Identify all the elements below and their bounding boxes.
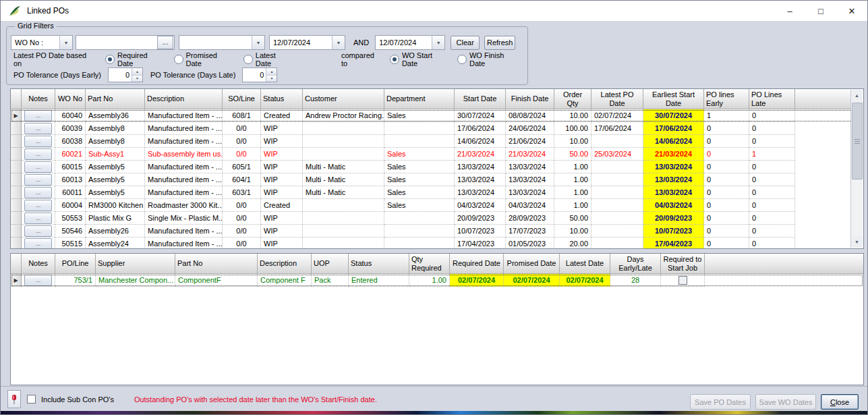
date-from-picker[interactable]: 12/07/2024 ▼ bbox=[269, 35, 345, 50]
table-row[interactable]: ...60015Assembly5Manufactured item - ...… bbox=[11, 161, 863, 173]
notes-button[interactable]: ... bbox=[24, 136, 52, 147]
scroll-down-icon[interactable]: ▼ bbox=[851, 236, 863, 248]
clear-button[interactable]: Clear bbox=[451, 36, 480, 50]
chevron-down-icon[interactable]: ▼ bbox=[432, 36, 444, 49]
table-row[interactable]: ▶...60040Assembly36Manufactured Item - .… bbox=[11, 109, 863, 122]
pin-button[interactable] bbox=[7, 390, 21, 408]
table-row[interactable]: ...60013Assembly5Manufactured item - ...… bbox=[11, 173, 863, 186]
wo-finish-date-radio[interactable] bbox=[457, 55, 467, 64]
spin-down-icon[interactable]: ▼ bbox=[132, 76, 142, 82]
column-header-department[interactable]: Department bbox=[384, 89, 455, 109]
notes-button[interactable]: ... bbox=[24, 174, 52, 186]
notes-button[interactable]: ... bbox=[24, 148, 52, 160]
table-row[interactable]: ...50515Assembly24Manufactured Item - ..… bbox=[11, 238, 863, 249]
column-header-qty_required[interactable]: Qty Required bbox=[409, 254, 450, 274]
row-selector[interactable] bbox=[11, 212, 22, 225]
column-header-latest_date[interactable]: Latest Date bbox=[560, 254, 610, 274]
table-row[interactable]: ...50553Plastic Mix GSingle Mix - Plasti… bbox=[11, 212, 863, 225]
chevron-down-icon[interactable]: ▼ bbox=[332, 36, 345, 49]
table-row[interactable]: ...60038Assembly8Manufactured item - ...… bbox=[11, 135, 863, 148]
row-selector[interactable] bbox=[11, 199, 22, 212]
column-header-latest_po_date[interactable]: Latest PO Date bbox=[591, 89, 643, 109]
table-row[interactable]: ...60011Assembly5Manufactured item - ...… bbox=[11, 186, 863, 199]
notes-button[interactable]: ... bbox=[24, 110, 52, 121]
required-to-start-job-checkbox[interactable] bbox=[678, 276, 687, 285]
include-subcon-label[interactable]: Include Sub Con PO's bbox=[41, 395, 114, 404]
column-header-customer[interactable]: Customer bbox=[303, 89, 384, 109]
column-header-so_line[interactable]: SO/Line bbox=[223, 89, 261, 109]
column-header-finish_date[interactable]: Finish Date bbox=[506, 89, 554, 109]
scroll-up-icon[interactable]: ▲ bbox=[851, 90, 863, 101]
required-date-radio[interactable] bbox=[105, 55, 115, 64]
column-header-notes[interactable]: Notes bbox=[22, 89, 55, 109]
maximize-button[interactable]: □ bbox=[805, 1, 836, 21]
chevron-down-icon[interactable]: ▼ bbox=[252, 36, 264, 49]
promised-date-radio-label[interactable]: Promised Date bbox=[186, 51, 234, 67]
notes-button[interactable]: ... bbox=[24, 123, 52, 134]
notes-button[interactable]: ... bbox=[24, 225, 52, 237]
scrollbar-thumb[interactable] bbox=[852, 103, 863, 179]
save-po-dates-button[interactable]: Save PO Dates bbox=[690, 394, 751, 410]
required-date-radio-label[interactable]: Required Date bbox=[117, 51, 165, 67]
save-wo-dates-button[interactable]: Save WO Dates bbox=[755, 394, 816, 410]
column-header-part_no[interactable]: Part No bbox=[175, 254, 258, 274]
browse-button[interactable]: ... bbox=[157, 36, 173, 49]
filter-value-combo[interactable]: ▼ bbox=[179, 35, 265, 50]
notes-button[interactable]: ... bbox=[24, 238, 52, 250]
include-subcon-checkbox[interactable] bbox=[27, 395, 36, 404]
notes-button[interactable]: ... bbox=[24, 161, 52, 173]
table-row[interactable]: ...60039Assembly8Manufactured item - ...… bbox=[11, 122, 863, 135]
column-header-order_qty[interactable]: Order Qty bbox=[554, 89, 591, 109]
column-header-start_date[interactable]: Start Date bbox=[455, 89, 506, 109]
column-header-status[interactable]: Status bbox=[261, 89, 303, 109]
column-header-supplier[interactable]: Supplier bbox=[96, 254, 175, 274]
column-header-po_lines_early[interactable]: PO lines Early bbox=[704, 89, 749, 109]
column-header-required_to_start_job[interactable]: Required to Start Job bbox=[661, 254, 705, 274]
column-header-days_early_late[interactable]: Days Early/Late bbox=[610, 254, 661, 274]
column-header-description[interactable]: Description bbox=[145, 89, 223, 109]
chevron-down-icon[interactable]: ▼ bbox=[59, 36, 72, 49]
table-row[interactable]: ...60021Sub-Assy1Sub-assembly item us...… bbox=[11, 148, 863, 161]
date-to-picker[interactable]: 12/07/2024 ▼ bbox=[375, 35, 445, 50]
column-header-uop[interactable]: UOP bbox=[312, 254, 349, 274]
column-header-po_line[interactable]: PO/Line bbox=[55, 254, 96, 274]
notes-button[interactable]: ... bbox=[24, 187, 52, 198]
row-selector[interactable] bbox=[11, 186, 22, 199]
close-button[interactable]: Close bbox=[821, 394, 859, 410]
tolerance-late-stepper[interactable]: 0 ▲▼ bbox=[242, 67, 277, 82]
filter-field-combo[interactable]: WO No : ▼ bbox=[11, 35, 73, 50]
notes-button[interactable]: ... bbox=[24, 200, 52, 211]
row-selector[interactable] bbox=[11, 173, 22, 186]
column-header-required_date[interactable]: Required Date bbox=[450, 254, 504, 274]
column-header-part_no[interactable]: Part No bbox=[86, 89, 145, 109]
row-selector[interactable] bbox=[11, 161, 22, 173]
row-selector[interactable]: ▶ bbox=[11, 109, 22, 122]
row-selector[interactable] bbox=[11, 238, 22, 249]
row-selector[interactable]: ▶ bbox=[11, 274, 22, 287]
wo-finish-date-radio-label[interactable]: WO Finish Date bbox=[469, 51, 521, 67]
latest-date-radio-label[interactable]: Latest Date bbox=[256, 51, 293, 67]
tolerance-early-stepper[interactable]: 0 ▲▼ bbox=[108, 67, 143, 82]
wo-start-date-radio[interactable] bbox=[390, 55, 399, 64]
table-row[interactable]: ...50546Assembly26Manufactured Item - ..… bbox=[11, 225, 863, 238]
column-header-promised_date[interactable]: Promised Date bbox=[504, 254, 560, 274]
notes-button[interactable]: ... bbox=[24, 213, 52, 224]
row-selector[interactable] bbox=[11, 225, 22, 238]
latest-date-radio[interactable] bbox=[243, 55, 253, 64]
column-header-notes[interactable]: Notes bbox=[22, 254, 55, 274]
filter-search-input[interactable]: ... bbox=[76, 35, 175, 50]
spin-down-icon[interactable]: ▼ bbox=[266, 76, 277, 82]
notes-button[interactable]: ... bbox=[24, 275, 52, 286]
column-header-po_lines_late[interactable]: PO Lines Late bbox=[749, 89, 795, 109]
row-selector[interactable] bbox=[11, 122, 22, 135]
spin-up-icon[interactable]: ▲ bbox=[132, 68, 142, 76]
wo-start-date-radio-label[interactable]: WO Start Date bbox=[402, 51, 449, 67]
refresh-button[interactable]: Refresh bbox=[484, 36, 515, 50]
row-selector[interactable] bbox=[11, 135, 22, 148]
column-header-description[interactable]: Description bbox=[258, 254, 312, 274]
table-row[interactable]: ▶...753/1Manchester Compon...ComponentFC… bbox=[11, 274, 863, 287]
promised-date-radio[interactable] bbox=[174, 55, 183, 64]
column-header-wo_no[interactable]: WO No bbox=[55, 89, 86, 109]
column-header-status[interactable]: Status bbox=[349, 254, 409, 274]
row-selector[interactable] bbox=[11, 148, 22, 161]
